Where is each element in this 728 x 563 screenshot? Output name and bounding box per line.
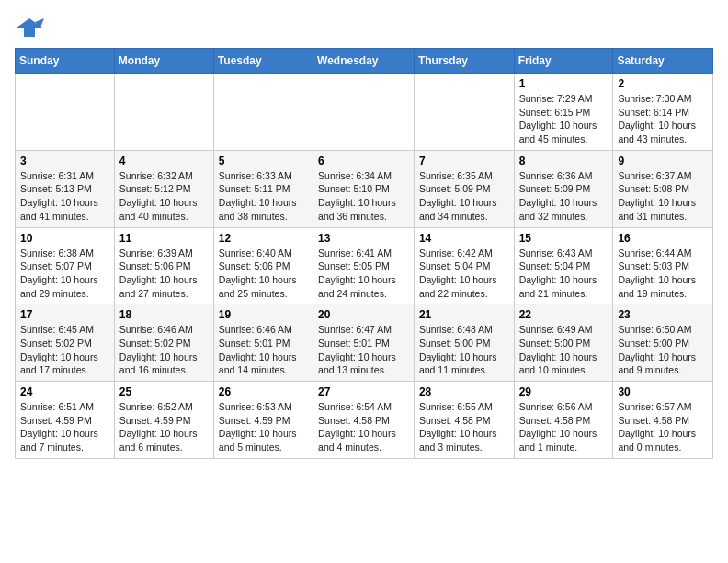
- day-info: Sunrise: 6:34 AM Sunset: 5:10 PM Dayligh…: [318, 169, 409, 224]
- calendar-week-row: 1Sunrise: 7:29 AM Sunset: 6:15 PM Daylig…: [16, 74, 713, 151]
- calendar-day-cell: 6Sunrise: 6:34 AM Sunset: 5:10 PM Daylig…: [313, 150, 415, 227]
- logo-icon: [15, 15, 44, 40]
- day-number: 17: [20, 308, 109, 321]
- weekday-header: Monday: [114, 49, 213, 74]
- calendar-day-cell: 13Sunrise: 6:41 AM Sunset: 5:05 PM Dayli…: [313, 227, 415, 304]
- calendar-day-cell: 3Sunrise: 6:31 AM Sunset: 5:13 PM Daylig…: [16, 150, 115, 227]
- day-info: Sunrise: 6:57 AM Sunset: 4:58 PM Dayligh…: [618, 400, 708, 454]
- day-number: 7: [419, 155, 509, 167]
- calendar-day-cell: 11Sunrise: 6:39 AM Sunset: 5:06 PM Dayli…: [114, 227, 213, 304]
- day-info: Sunrise: 6:37 AM Sunset: 5:08 PM Dayligh…: [618, 169, 708, 224]
- day-info: Sunrise: 6:41 AM Sunset: 5:05 PM Dayligh…: [318, 247, 409, 301]
- calendar-week-row: 3Sunrise: 6:31 AM Sunset: 5:13 PM Daylig…: [16, 150, 713, 227]
- day-info: Sunrise: 6:50 AM Sunset: 5:00 PM Dayligh…: [618, 323, 708, 377]
- calendar-day-cell: 10Sunrise: 6:38 AM Sunset: 5:07 PM Dayli…: [16, 227, 115, 304]
- day-info: Sunrise: 6:55 AM Sunset: 4:58 PM Dayligh…: [419, 400, 509, 454]
- day-info: Sunrise: 6:53 AM Sunset: 4:59 PM Dayligh…: [219, 400, 308, 454]
- calendar-day-cell: [313, 74, 415, 151]
- calendar-week-row: 24Sunrise: 6:51 AM Sunset: 4:59 PM Dayli…: [16, 382, 713, 459]
- day-number: 3: [20, 155, 109, 167]
- calendar-day-cell: 9Sunrise: 6:37 AM Sunset: 5:08 PM Daylig…: [613, 150, 713, 227]
- weekday-header: Friday: [514, 49, 613, 74]
- day-number: 20: [318, 308, 409, 321]
- day-number: 28: [419, 385, 509, 398]
- day-number: 25: [119, 385, 209, 398]
- calendar-day-cell: 1Sunrise: 7:29 AM Sunset: 6:15 PM Daylig…: [514, 74, 613, 151]
- calendar-day-cell: 12Sunrise: 6:40 AM Sunset: 5:06 PM Dayli…: [213, 227, 313, 304]
- calendar-day-cell: 17Sunrise: 6:45 AM Sunset: 5:02 PM Dayli…: [16, 304, 115, 382]
- day-number: 19: [219, 308, 308, 321]
- day-info: Sunrise: 6:56 AM Sunset: 4:58 PM Dayligh…: [519, 400, 609, 454]
- day-number: 29: [519, 385, 609, 398]
- calendar-day-cell: 23Sunrise: 6:50 AM Sunset: 5:00 PM Dayli…: [613, 304, 713, 382]
- calendar-day-cell: 8Sunrise: 6:36 AM Sunset: 5:09 PM Daylig…: [514, 150, 613, 227]
- calendar-day-cell: [16, 74, 115, 151]
- day-info: Sunrise: 6:40 AM Sunset: 5:06 PM Dayligh…: [219, 247, 308, 301]
- day-number: 23: [618, 308, 708, 321]
- calendar-day-cell: 2Sunrise: 7:30 AM Sunset: 6:14 PM Daylig…: [613, 74, 713, 151]
- calendar-day-cell: 20Sunrise: 6:47 AM Sunset: 5:01 PM Dayli…: [313, 304, 415, 382]
- weekday-header: Thursday: [414, 49, 514, 74]
- calendar-day-cell: 26Sunrise: 6:53 AM Sunset: 4:59 PM Dayli…: [213, 382, 313, 459]
- calendar-day-cell: 21Sunrise: 6:48 AM Sunset: 5:00 PM Dayli…: [414, 304, 514, 382]
- calendar-day-cell: [213, 74, 313, 151]
- calendar-day-cell: 25Sunrise: 6:52 AM Sunset: 4:59 PM Dayli…: [114, 382, 213, 459]
- day-number: 4: [119, 155, 209, 167]
- calendar-day-cell: 14Sunrise: 6:42 AM Sunset: 5:04 PM Dayli…: [414, 227, 514, 304]
- day-info: Sunrise: 6:46 AM Sunset: 5:01 PM Dayligh…: [219, 323, 308, 377]
- day-number: 21: [419, 308, 509, 321]
- calendar-day-cell: 15Sunrise: 6:43 AM Sunset: 5:04 PM Dayli…: [514, 227, 613, 304]
- day-info: Sunrise: 6:49 AM Sunset: 5:00 PM Dayligh…: [519, 323, 609, 377]
- day-number: 6: [318, 155, 409, 167]
- calendar-header-row: SundayMondayTuesdayWednesdayThursdayFrid…: [16, 49, 713, 74]
- day-info: Sunrise: 6:52 AM Sunset: 4:59 PM Dayligh…: [119, 400, 209, 454]
- day-number: 15: [519, 232, 609, 245]
- day-number: 14: [419, 232, 509, 245]
- day-info: Sunrise: 6:33 AM Sunset: 5:11 PM Dayligh…: [219, 169, 308, 224]
- day-info: Sunrise: 6:39 AM Sunset: 5:06 PM Dayligh…: [119, 247, 209, 301]
- calendar-day-cell: 19Sunrise: 6:46 AM Sunset: 5:01 PM Dayli…: [213, 304, 313, 382]
- day-info: Sunrise: 6:46 AM Sunset: 5:02 PM Dayligh…: [119, 323, 209, 377]
- header: [15, 15, 713, 40]
- day-info: Sunrise: 6:38 AM Sunset: 5:07 PM Dayligh…: [20, 247, 109, 301]
- calendar-day-cell: 29Sunrise: 6:56 AM Sunset: 4:58 PM Dayli…: [514, 382, 613, 459]
- logo: [15, 15, 48, 40]
- calendar-day-cell: 27Sunrise: 6:54 AM Sunset: 4:58 PM Dayli…: [313, 382, 415, 459]
- day-info: Sunrise: 7:29 AM Sunset: 6:15 PM Dayligh…: [519, 92, 609, 146]
- day-info: Sunrise: 6:31 AM Sunset: 5:13 PM Dayligh…: [20, 169, 109, 224]
- day-number: 13: [318, 232, 409, 245]
- day-number: 5: [219, 155, 308, 167]
- day-number: 16: [618, 232, 708, 245]
- day-info: Sunrise: 6:35 AM Sunset: 5:09 PM Dayligh…: [419, 169, 509, 224]
- day-number: 11: [119, 232, 209, 245]
- calendar-week-row: 17Sunrise: 6:45 AM Sunset: 5:02 PM Dayli…: [16, 304, 713, 382]
- calendar: SundayMondayTuesdayWednesdayThursdayFrid…: [15, 48, 713, 459]
- day-number: 9: [618, 155, 708, 167]
- day-number: 12: [219, 232, 308, 245]
- weekday-header: Sunday: [16, 49, 115, 74]
- calendar-day-cell: 22Sunrise: 6:49 AM Sunset: 5:00 PM Dayli…: [514, 304, 613, 382]
- day-number: 26: [219, 385, 308, 398]
- day-info: Sunrise: 6:45 AM Sunset: 5:02 PM Dayligh…: [20, 323, 109, 377]
- calendar-day-cell: 4Sunrise: 6:32 AM Sunset: 5:12 PM Daylig…: [114, 150, 213, 227]
- calendar-day-cell: 18Sunrise: 6:46 AM Sunset: 5:02 PM Dayli…: [114, 304, 213, 382]
- day-number: 24: [20, 385, 109, 398]
- day-info: Sunrise: 6:44 AM Sunset: 5:03 PM Dayligh…: [618, 247, 708, 301]
- day-number: 10: [20, 232, 109, 245]
- calendar-day-cell: 16Sunrise: 6:44 AM Sunset: 5:03 PM Dayli…: [613, 227, 713, 304]
- calendar-day-cell: [114, 74, 213, 151]
- day-number: 2: [618, 77, 708, 90]
- day-info: Sunrise: 6:47 AM Sunset: 5:01 PM Dayligh…: [318, 323, 409, 377]
- calendar-day-cell: 30Sunrise: 6:57 AM Sunset: 4:58 PM Dayli…: [613, 382, 713, 459]
- day-info: Sunrise: 6:43 AM Sunset: 5:04 PM Dayligh…: [519, 247, 609, 301]
- day-info: Sunrise: 6:54 AM Sunset: 4:58 PM Dayligh…: [318, 400, 409, 454]
- day-info: Sunrise: 6:36 AM Sunset: 5:09 PM Dayligh…: [519, 169, 609, 224]
- day-info: Sunrise: 6:42 AM Sunset: 5:04 PM Dayligh…: [419, 247, 509, 301]
- weekday-header: Saturday: [613, 49, 713, 74]
- calendar-day-cell: 24Sunrise: 6:51 AM Sunset: 4:59 PM Dayli…: [16, 382, 115, 459]
- day-number: 27: [318, 385, 409, 398]
- day-info: Sunrise: 6:32 AM Sunset: 5:12 PM Dayligh…: [119, 169, 209, 224]
- day-number: 8: [519, 155, 609, 167]
- weekday-header: Wednesday: [313, 49, 415, 74]
- day-info: Sunrise: 6:51 AM Sunset: 4:59 PM Dayligh…: [20, 400, 109, 454]
